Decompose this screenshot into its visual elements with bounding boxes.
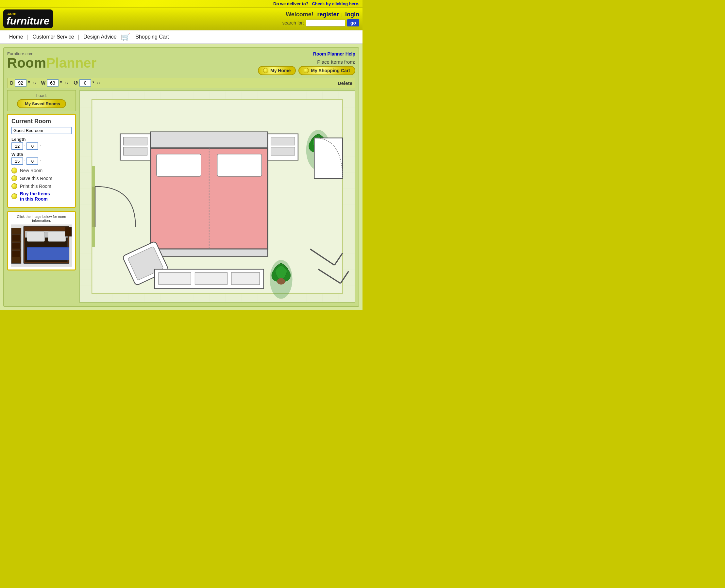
room-floor-plan	[80, 91, 355, 302]
cart-icon: 🛒	[122, 33, 130, 41]
svg-rect-21	[271, 137, 295, 145]
load-btn-label: My Saved Rooms	[25, 101, 60, 106]
svg-rect-37	[231, 272, 260, 285]
info-box: Click the image below for more informati…	[7, 211, 76, 271]
rotate-arrow: ↔	[96, 80, 101, 87]
search-row: search for: go	[282, 19, 359, 26]
svg-point-39	[277, 278, 285, 285]
footer	[0, 310, 363, 323]
length-in-input[interactable]	[26, 142, 38, 150]
nav-shopping-cart[interactable]: Shopping Cart	[132, 34, 173, 40]
new-room-bullet	[12, 168, 17, 173]
save-room-button[interactable]: Save this Room	[12, 175, 72, 181]
svg-rect-31	[314, 138, 343, 178]
svg-rect-3	[12, 243, 21, 249]
width-label: Width	[12, 152, 72, 157]
svg-rect-23	[150, 132, 268, 148]
length-ft-input[interactable]	[12, 142, 23, 150]
controls-row: D " ↔ W " ↔ ↺ ° ↔ Delete	[7, 78, 355, 88]
rp-planner: Planner	[46, 55, 96, 70]
go-button[interactable]: go	[347, 19, 359, 26]
planner-body: Load: My Saved Rooms Current Room Length…	[7, 90, 355, 303]
bed-illustration	[11, 225, 72, 267]
load-saved-rooms-button[interactable]: My Saved Rooms	[17, 99, 66, 108]
planner-container: Furniture.com RoomPlanner Room Planner H…	[3, 47, 359, 307]
delete-button[interactable]: Delete	[338, 80, 353, 86]
logo: .com furniture	[3, 9, 53, 28]
depth-control: D " ↔	[10, 79, 37, 87]
new-room-label: New Room	[20, 168, 42, 173]
svg-rect-26	[157, 154, 201, 176]
svg-rect-2	[12, 234, 21, 241]
svg-rect-27	[217, 154, 262, 176]
svg-rect-8	[27, 232, 44, 241]
place-buttons: My Home My Shopping Cart	[258, 66, 355, 75]
my-home-button[interactable]: My Home	[258, 66, 296, 75]
svg-rect-9	[48, 232, 66, 241]
new-room-button[interactable]: New Room	[12, 168, 72, 173]
nav-design-advice[interactable]: Design Advice	[79, 34, 120, 40]
save-room-label: Save this Room	[20, 176, 52, 181]
width-ft-label: '	[24, 159, 25, 164]
nav-customer-service[interactable]: Customer Service	[28, 34, 78, 40]
my-cart-bullet	[304, 68, 309, 73]
room-canvas[interactable]	[79, 90, 355, 303]
print-room-label: Print this Room	[20, 184, 51, 189]
svg-rect-35	[159, 272, 191, 285]
depth-label: D	[10, 80, 14, 86]
left-panel: Load: My Saved Rooms Current Room Length…	[7, 90, 76, 303]
search-input[interactable]	[306, 20, 345, 26]
svg-rect-11	[65, 227, 72, 236]
deliver-text: Do we deliver to?	[273, 1, 308, 6]
width-in-input[interactable]	[26, 158, 38, 165]
svg-rect-10	[27, 247, 69, 260]
length-row: ' "	[12, 142, 72, 150]
logo-area: .com furniture	[3, 9, 53, 28]
login-link[interactable]: login	[345, 11, 359, 18]
length-label: Length	[12, 137, 72, 142]
buy-items-bullet	[12, 193, 17, 199]
save-room-bullet	[12, 175, 17, 181]
print-room-button[interactable]: Print this Room	[12, 183, 72, 189]
info-box-label: Click the image below for more informati…	[11, 215, 72, 223]
main-content: Furniture.com RoomPlanner Room Planner H…	[0, 44, 363, 310]
register-link[interactable]: register	[317, 11, 339, 18]
deliver-link[interactable]: Check by clicking here.	[312, 1, 359, 6]
my-home-bullet	[263, 68, 268, 73]
site-header: .com furniture Welcome! register | login…	[0, 8, 363, 30]
delivery-bar: Do we deliver to? Check by clicking here…	[0, 0, 363, 8]
svg-rect-19	[124, 147, 147, 155]
bed-image[interactable]	[11, 225, 72, 267]
load-section: Load: My Saved Rooms	[7, 90, 76, 111]
svg-rect-4	[12, 251, 21, 257]
room-actions: New Room Save this Room Print this Room	[12, 168, 72, 202]
svg-rect-15	[92, 187, 95, 227]
width-ft-input[interactable]	[12, 158, 23, 165]
welcome-text: Welcome!	[286, 11, 314, 18]
room-name-input[interactable]	[12, 127, 72, 134]
width-input[interactable]	[47, 79, 59, 87]
svg-rect-44	[92, 166, 95, 187]
length-ft-label: '	[24, 144, 25, 149]
svg-rect-18	[124, 137, 147, 145]
rotate-control: ↺ ° ↔	[73, 79, 102, 87]
buy-items-button[interactable]: Buy the Itemsin this Room	[12, 191, 72, 202]
width-label: W	[41, 80, 45, 86]
logo-furniture: furniture	[6, 16, 50, 26]
depth-input[interactable]	[15, 79, 26, 87]
buy-items-label: Buy the Itemsin this Room	[20, 191, 50, 202]
length-in-label: "	[40, 144, 41, 149]
nav-cart-item[interactable]: 🛒 Shopping Cart	[122, 33, 173, 41]
nav-home[interactable]: Home	[5, 34, 27, 40]
planner-title: RoomPlanner	[7, 56, 96, 70]
planner-help-link[interactable]: Room Planner Help	[258, 51, 355, 57]
my-shopping-cart-button[interactable]: My Shopping Cart	[298, 66, 355, 75]
width-control: W " ↔	[41, 79, 69, 87]
rotate-unit: °	[93, 80, 95, 86]
svg-rect-22	[271, 147, 295, 155]
search-label: search for:	[282, 20, 304, 25]
rotate-input[interactable]	[79, 79, 91, 87]
pipe: |	[341, 12, 343, 17]
depth-unit: "	[28, 80, 30, 86]
rotate-icon: ↺	[73, 79, 78, 87]
